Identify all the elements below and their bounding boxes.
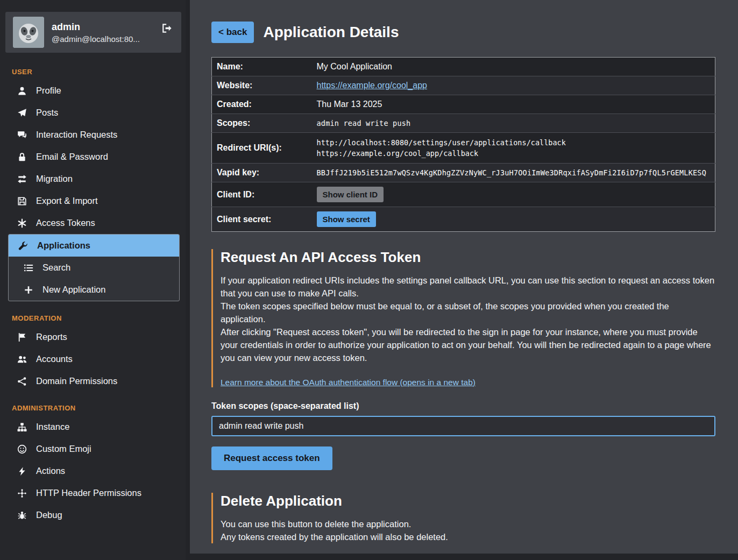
sidebar-item-label: New Application <box>42 285 105 295</box>
sitemap-icon <box>16 422 28 432</box>
list-icon <box>23 263 34 273</box>
sidebar-item-migration[interactable]: Migration <box>0 168 186 190</box>
comments-icon <box>16 130 28 140</box>
page-header: < back Application Details <box>211 22 715 43</box>
sidebar-item-export-import[interactable]: Export & Import <box>0 190 186 212</box>
sidebar-item-label: Custom Emoji <box>36 444 91 454</box>
sidebar-item-posts[interactable]: Posts <box>0 102 186 124</box>
row-label: Scopes: <box>212 114 312 133</box>
section-label-moderation: MODERATION <box>0 302 186 326</box>
section-label-user: USER <box>0 56 186 80</box>
request-token-paragraph: The token scopes specified below must be… <box>221 300 715 325</box>
sidebar-item-reports[interactable]: Reports <box>0 326 186 348</box>
row-label: Redirect URI(s): <box>212 133 312 164</box>
request-token-section: Request An API Access Token If your appl… <box>211 249 715 387</box>
request-token-title: Request An API Access Token <box>221 249 715 266</box>
sidebar: admin @admin@localhost:80... USER Profil… <box>0 0 186 560</box>
plus-icon <box>23 285 34 295</box>
sidebar-item-label: Debug <box>36 510 62 520</box>
sidebar-item-label: Profile <box>36 86 61 96</box>
oauth-docs-link[interactable]: Learn more about the OAuth authenticatio… <box>221 378 476 387</box>
row-label: Created: <box>212 95 312 114</box>
sidebar-item-label: Applications <box>37 240 90 251</box>
table-row-vapid-key: Vapid key: BBJffJ219b5iE512m7wQSzv4KgKDh… <box>212 164 715 182</box>
user-handle: @admin@localhost:80... <box>52 34 140 44</box>
row-label: Name: <box>212 58 312 76</box>
table-row-redirect-uris: Redirect URI(s): http://localhost:8080/s… <box>212 133 715 164</box>
sidebar-item-label: Export & Import <box>36 196 98 206</box>
paper-plane-icon <box>16 108 28 118</box>
row-value: Thu Mar 13 2025 <box>312 95 715 114</box>
sidebar-item-applications-search[interactable]: Search <box>9 257 179 279</box>
sidebar-item-access-tokens[interactable]: Access Tokens <box>0 212 186 234</box>
sidebar-item-label: Migration <box>36 174 73 184</box>
row-label: Website: <box>212 76 312 95</box>
sidebar-item-label: Instance <box>36 422 69 432</box>
request-token-paragraph: After clicking "Request access token", y… <box>221 325 715 364</box>
row-value: BBJffJ219b5iE512m7wQSzv4KgKDhgZZVzNyWC_r… <box>312 164 715 182</box>
wrench-icon <box>17 241 29 251</box>
delete-title: Delete Application <box>221 493 715 509</box>
transfer-arrows-icon <box>16 174 28 184</box>
token-scopes-label: Token scopes (space-separated list) <box>211 401 715 411</box>
main-content: < back Application Details Name: My Cool… <box>190 0 738 554</box>
table-row-scopes: Scopes: admin read write push <box>212 114 715 133</box>
table-row-name: Name: My Cool Application <box>212 58 715 76</box>
sidebar-item-instance[interactable]: Instance <box>0 416 186 438</box>
token-scopes-input[interactable] <box>211 416 715 436</box>
sidebar-item-custom-emoji[interactable]: Custom Emoji <box>0 438 186 460</box>
avatar <box>13 17 44 48</box>
table-row-created: Created: Thu Mar 13 2025 <box>212 95 715 114</box>
delete-section: Delete Application You can use this butt… <box>211 493 715 554</box>
bug-icon <box>16 511 28 520</box>
sidebar-item-label: Accounts <box>36 354 73 364</box>
sidebar-item-profile[interactable]: Profile <box>0 80 186 102</box>
application-details-table: Name: My Cool Application Website: https… <box>211 57 715 232</box>
username: admin <box>52 22 140 33</box>
user-card[interactable]: admin @admin@localhost:80... <box>5 12 181 53</box>
sign-out-icon[interactable] <box>161 23 173 36</box>
row-label: Client secret: <box>212 207 312 232</box>
applications-group: Applications Search New Application <box>8 234 180 301</box>
sidebar-item-debug[interactable]: Debug <box>0 504 186 526</box>
sidebar-item-email-password[interactable]: Email & Password <box>0 146 186 168</box>
redirect-uri: https://example.org/cool_app/callback <box>317 148 711 159</box>
asterisk-icon <box>16 218 28 228</box>
sidebar-item-label: Interaction Requests <box>36 130 117 140</box>
share-nodes-icon <box>16 377 28 386</box>
section-label-administration: ADMINISTRATION <box>0 392 186 416</box>
table-row-client-secret: Client secret: Show secret <box>212 207 715 232</box>
row-value: My Cool Application <box>312 58 715 76</box>
sidebar-item-interaction-requests[interactable]: Interaction Requests <box>0 124 186 146</box>
users-icon <box>16 355 28 364</box>
request-access-token-button[interactable]: Request access token <box>211 446 332 470</box>
sidebar-item-label: Email & Password <box>36 152 108 162</box>
token-form: Token scopes (space-separated list) Requ… <box>211 401 715 470</box>
sidebar-item-label: Access Tokens <box>36 218 95 228</box>
sidebar-item-accounts[interactable]: Accounts <box>0 348 186 370</box>
row-label: Client ID: <box>212 182 312 207</box>
show-client-id-button[interactable]: Show client ID <box>317 187 384 202</box>
sidebar-item-label: Search <box>42 263 70 273</box>
sidebar-item-http-header-permissions[interactable]: HTTP Header Permissions <box>0 482 186 504</box>
website-link[interactable]: https://example.org/cool_app <box>317 81 427 90</box>
page-title: Application Details <box>263 24 399 41</box>
user-icon <box>16 86 28 96</box>
sidebar-item-label: Reports <box>36 332 67 342</box>
sidebar-item-applications[interactable]: Applications <box>9 235 179 257</box>
lock-icon <box>16 152 28 162</box>
circle-nodes-icon <box>16 488 28 498</box>
sidebar-item-actions[interactable]: Actions <box>0 460 186 482</box>
sidebar-item-label: Actions <box>36 466 65 476</box>
request-token-paragraph: If your application redirect URIs includ… <box>221 274 715 300</box>
sidebar-item-label: HTTP Header Permissions <box>36 488 141 498</box>
save-icon <box>16 196 28 206</box>
back-button[interactable]: < back <box>211 22 254 43</box>
sidebar-item-label: Posts <box>36 108 58 118</box>
row-value: admin read write push <box>312 114 715 133</box>
show-secret-button[interactable]: Show secret <box>317 211 376 227</box>
sidebar-item-new-application[interactable]: New Application <box>9 279 179 301</box>
sidebar-item-domain-permissions[interactable]: Domain Permissions <box>0 370 186 392</box>
row-label: Vapid key: <box>212 164 312 182</box>
table-row-website: Website: https://example.org/cool_app <box>212 76 715 95</box>
